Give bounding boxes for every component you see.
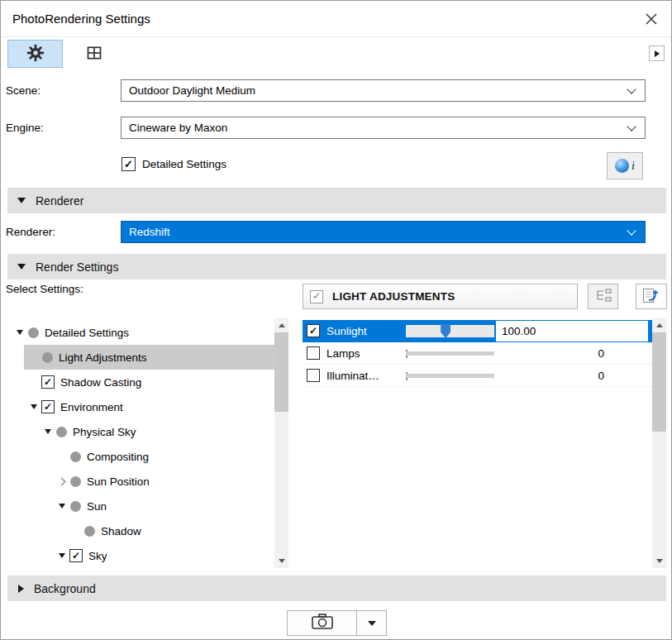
tree-item-label: Environment [60,401,123,413]
adjustment-checkbox[interactable] [307,324,320,337]
scene-dropdown[interactable]: Outdoor Daylight Medium [121,79,646,102]
expander-down-icon[interactable] [42,426,54,437]
tree-list-icon [595,289,612,304]
tree-scrollbar[interactable] [274,318,288,568]
category-dot-icon [28,327,39,338]
adjustment-checkbox[interactable] [307,369,320,382]
tree-item-label: Sun [87,500,107,513]
section-collapsed-icon [18,585,24,593]
section-background[interactable]: Background [7,576,666,601]
section-expanded-icon [17,198,26,203]
tree-item-label: Shadow Casting [60,376,141,389]
adjustment-label: Lamps [326,347,398,360]
category-dot-icon [70,451,81,462]
adjustment-slider[interactable] [406,374,494,379]
scroll-up-icon [656,323,663,327]
adjustment-value[interactable]: 0 [497,370,604,382]
section-render-settings[interactable]: Render Settings [7,254,666,279]
scroll-thumb[interactable] [652,332,666,432]
scroll-down-icon [656,559,663,563]
section-expanded-icon [17,264,26,270]
slider-track[interactable] [406,351,494,356]
render-camera-menu-button[interactable] [356,610,387,636]
toolbar-overflow-button[interactable] [649,45,665,61]
detailed-settings-label: Detailed Settings [142,158,226,170]
adjustment-slider[interactable] [406,325,494,337]
category-dot-icon [56,427,67,437]
panes-pane-button[interactable] [66,40,122,68]
adjustment-label: Sunlight [326,325,398,337]
adjustment-row-lamps[interactable]: Lamps0 [303,342,652,365]
menu-down-triangle-icon [368,621,376,626]
camera-icon [311,613,334,633]
scroll-down-button[interactable] [274,554,288,568]
scroll-down-button[interactable] [652,554,666,568]
tree-item-shadow[interactable]: Shadow [7,518,274,543]
adjustment-value[interactable]: 100.00 [496,321,648,341]
tree-item-sun[interactable]: Sun [7,494,274,518]
tree-item-label: Shadow [101,525,141,537]
adjustment-checkbox[interactable] [307,346,320,360]
chevron-down-icon [627,122,636,131]
detailed-settings-checkbox[interactable] [122,157,136,171]
tree-item-sun-position[interactable]: Sun Position [7,469,274,494]
engine-value: Cineware by Maxon [129,122,628,134]
tree-item-checkbox[interactable] [41,400,55,413]
settings-tree-panel: Detailed SettingsLight AdjustmentsShadow… [7,318,288,568]
slider-thumb-icon[interactable] [441,324,450,338]
expander-down-icon[interactable] [28,401,40,413]
tree-item-sky[interactable]: Sky [7,543,274,568]
export-document-arrow-icon [642,287,660,306]
scene-label: Scene: [6,79,41,102]
slider-track[interactable] [406,374,494,378]
expander-spacer [28,376,40,388]
tree-item-checkbox[interactable] [69,549,83,562]
scroll-up-button[interactable] [274,318,288,332]
adjustments-scrollbar[interactable] [652,318,666,568]
adjustment-value[interactable]: 0 [497,347,604,360]
light-adjustments-checkbox[interactable] [310,290,323,303]
expander-down-icon[interactable] [56,500,68,512]
gear-icon [26,44,45,64]
category-dot-icon [84,526,95,537]
renderer-value: Redshift [129,226,628,238]
tree-item-detailed-settings[interactable]: Detailed Settings [7,320,274,345]
export-settings-button[interactable] [636,284,667,309]
tree-detail-button[interactable] [588,284,618,309]
renderer-dropdown[interactable]: Redshift [121,221,646,243]
adjustment-row-sunlight[interactable]: Sunlight100.00 [303,320,652,342]
expander-right-icon[interactable] [56,475,68,487]
close-button[interactable] [641,10,661,30]
section-renderer[interactable]: Renderer [7,188,666,213]
chevron-down-icon [627,84,636,93]
tree-item-environment[interactable]: Environment [7,394,274,419]
tree-item-shadow-casting[interactable]: Shadow Casting [7,370,274,394]
cinema4d-sphere-icon [615,159,629,173]
window-panes-icon [86,45,102,64]
scroll-up-button[interactable] [652,318,666,332]
tree-item-checkbox[interactable] [41,375,55,389]
cinema4d-info-button[interactable]: i [607,152,643,179]
expander-down-icon[interactable] [56,550,68,561]
section-render-settings-label: Render Settings [36,260,118,274]
tree-item-label: Compositing [87,451,149,463]
scroll-thumb[interactable] [274,332,288,412]
info-icon: i [631,160,635,173]
tree-item-physical-sky[interactable]: Physical Sky [7,419,274,444]
select-settings-label: Select Settings: [6,283,83,295]
section-renderer-label: Renderer [36,194,83,208]
section-background-label: Background [34,582,96,595]
tree-item-light-adjustments[interactable]: Light Adjustments [7,345,274,370]
engine-dropdown[interactable]: Cineware by Maxon [121,117,646,139]
render-camera-button[interactable] [287,610,357,636]
expander-down-icon[interactable] [14,327,26,338]
settings-pane-button[interactable] [7,40,63,68]
tree-item-label: Sun Position [87,475,150,488]
renderer-label: Renderer: [6,221,55,243]
close-icon [646,13,657,27]
adjustment-row-illuminat[interactable]: Illuminat…0 [303,365,652,387]
expander-spacer [70,525,82,537]
tree-item-compositing[interactable]: Compositing [7,444,274,469]
adjustment-slider[interactable] [406,351,494,356]
overflow-arrow-icon [655,50,660,57]
